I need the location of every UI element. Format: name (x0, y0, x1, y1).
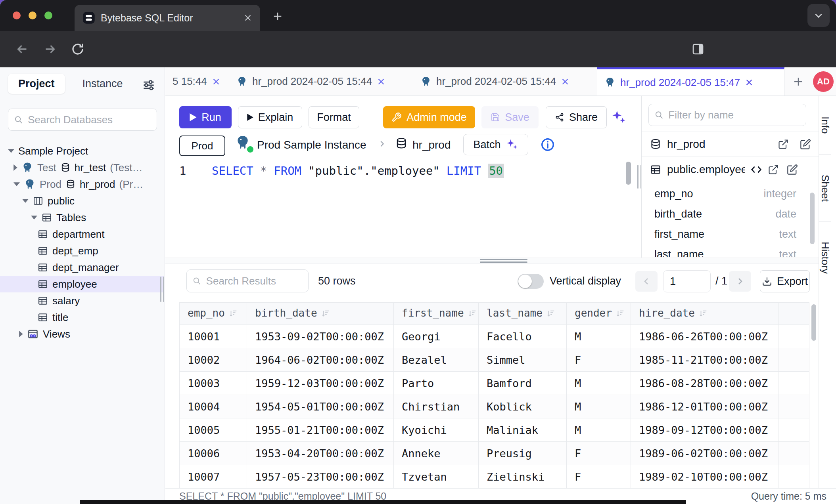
tree-item-schema-public[interactable]: public (0, 193, 164, 209)
cell[interactable]: Parto (394, 372, 479, 395)
rail-tab-sheet[interactable]: Sheet (819, 155, 831, 222)
format-button[interactable]: Format (309, 106, 359, 128)
share-button[interactable]: Share (546, 106, 607, 128)
database-search[interactable] (8, 109, 157, 131)
editor-tab-3[interactable]: hr_prod 2024-02-05 15:44 (413, 67, 597, 95)
cell[interactable]: 10003 (180, 372, 247, 395)
forward-icon[interactable] (43, 42, 57, 58)
tree-item-table-department[interactable]: department (0, 226, 164, 242)
tree-item-sample-project[interactable]: Sample Project (0, 143, 164, 159)
cell[interactable]: 1957-05-23T00:00:00Z (247, 465, 394, 489)
table-row[interactable]: 100021964-06-02T00:00:00ZBezalelSimmelF1… (180, 348, 809, 372)
column-row[interactable]: emp_no integer (642, 184, 808, 204)
cell[interactable]: 10002 (180, 348, 247, 372)
cell[interactable]: Koblick (479, 395, 567, 418)
cell[interactable]: 1989-09-12T00:00:00Z (631, 418, 778, 442)
results-scrollbar[interactable] (811, 304, 816, 341)
rail-tab-history[interactable]: History (819, 222, 831, 293)
cell[interactable]: 1989-06-02T00:00:00Z (631, 442, 778, 465)
panel-database-row[interactable]: hr_prod (642, 132, 819, 157)
browser-tab-close-icon[interactable] (244, 13, 252, 22)
tree-item-hr-test[interactable]: Test hr_test (Test… (0, 159, 164, 176)
cell[interactable]: 1959-12-03T00:00:00Z (247, 372, 394, 395)
reload-icon[interactable] (71, 42, 85, 58)
tab-project[interactable]: Project (8, 74, 65, 94)
cell[interactable]: Facello (479, 325, 567, 348)
table-row[interactable]: 100031959-12-03T00:00:00ZPartoBamfordM19… (180, 372, 809, 395)
sort-icon[interactable] (699, 308, 708, 320)
editor-tab-4-active[interactable]: hr_prod 2024-02-05 15:47 (597, 67, 784, 95)
tab-search-button[interactable] (807, 4, 830, 27)
table-row[interactable]: 100011953-09-02T00:00:00ZGeorgiFacelloM1… (180, 325, 809, 348)
new-tab-button[interactable] (272, 11, 283, 23)
page-number-box[interactable] (663, 270, 711, 292)
cell[interactable]: M (567, 325, 631, 348)
batch-button[interactable]: Batch (463, 134, 528, 155)
sort-icon[interactable] (468, 308, 477, 320)
tree-item-views[interactable]: Views (0, 326, 164, 342)
tree-item-table-dept-manager[interactable]: dept_manager (0, 259, 164, 276)
code-icon[interactable] (750, 164, 762, 176)
table-row[interactable]: 100051955-01-21T00:00:00ZKyoichiMaliniak… (180, 418, 809, 442)
macos-zoom-button[interactable] (44, 11, 52, 19)
column-header[interactable]: first_name (394, 303, 479, 325)
explain-button[interactable]: Explain (238, 106, 302, 128)
tree-item-table-employee[interactable]: employee (0, 276, 164, 292)
avatar[interactable]: AD (813, 71, 834, 92)
macos-close-button[interactable] (13, 11, 21, 19)
column-header[interactable]: birth_date (247, 303, 394, 325)
cell[interactable]: 1953-04-20T00:00:00Z (247, 442, 394, 465)
tab-instance[interactable]: Instance (82, 78, 123, 90)
editor-scrollbar[interactable] (626, 162, 631, 185)
info-circle-icon[interactable] (540, 137, 555, 154)
cell[interactable]: M (567, 418, 631, 442)
cell[interactable]: M (567, 372, 631, 395)
cell[interactable]: F (567, 442, 631, 465)
cell[interactable]: 1954-05-01T00:00:00Z (247, 395, 394, 418)
database-search-input[interactable] (27, 113, 151, 126)
tree-item-tables[interactable]: Tables (0, 209, 164, 226)
column-row[interactable]: last_name text (642, 244, 808, 257)
table-row[interactable]: 100071957-05-23T00:00:00ZTzvetanZielinsk… (180, 465, 809, 489)
cell[interactable]: Kyoichi (394, 418, 479, 442)
cell[interactable]: 1986-12-01T00:00:00Z (631, 395, 778, 418)
cell[interactable]: 1986-06-26T00:00:00Z (631, 325, 778, 348)
macos-minimize-button[interactable] (29, 11, 36, 19)
cell[interactable]: 10001 (180, 325, 247, 348)
schema-filter[interactable] (648, 104, 806, 126)
panel-scrollbar[interactable] (810, 193, 815, 244)
panel-table-row[interactable]: public.employee (642, 157, 819, 182)
next-page-button[interactable] (729, 271, 751, 292)
cell[interactable]: Anneke (394, 442, 479, 465)
editor-tab-2[interactable]: hr_prod 2024-02-05 15:44 (229, 67, 413, 95)
breadcrumb-database[interactable]: hr_prod (412, 139, 451, 151)
save-button[interactable]: Save (481, 106, 539, 128)
close-icon[interactable] (377, 77, 385, 86)
prev-page-button[interactable] (635, 271, 658, 292)
cell[interactable]: 1953-09-02T00:00:00Z (247, 325, 394, 348)
cell[interactable]: 1986-08-28T00:00:00Z (631, 372, 778, 395)
sort-icon[interactable] (229, 308, 238, 320)
cell[interactable]: 1989-02-10T00:00:00Z (631, 465, 778, 489)
cell[interactable]: Tzvetan (394, 465, 479, 489)
rail-tab-info[interactable]: Info (819, 96, 831, 155)
side-panel-icon[interactable] (691, 42, 705, 58)
tree-item-table-salary[interactable]: salary (0, 292, 164, 309)
table-row[interactable]: 100041954-05-01T00:00:00ZChirstianKoblic… (180, 395, 809, 418)
table-row[interactable]: 100061953-04-20T00:00:00ZAnnekePreusigF1… (180, 442, 809, 465)
results-search[interactable] (186, 269, 309, 292)
schema-filter-input[interactable] (667, 109, 800, 122)
column-header[interactable]: last_name (479, 303, 567, 325)
editor-tab-1[interactable]: 5 15:44 (165, 67, 229, 95)
close-icon[interactable] (745, 78, 754, 87)
cell[interactable]: 1964-06-02T00:00:00Z (247, 348, 394, 372)
cell[interactable]: 1985-11-21T00:00:00Z (631, 348, 778, 372)
export-button[interactable]: Export (760, 270, 810, 292)
horizontal-splitter[interactable] (165, 258, 819, 264)
cell[interactable]: F (567, 348, 631, 372)
edit-icon[interactable] (787, 164, 798, 175)
external-link-icon[interactable] (768, 164, 779, 175)
sql-editor-line[interactable]: 1 SELECT*FROM"public"."employee"LIMIT50 (179, 164, 631, 180)
sliders-filter-icon[interactable] (141, 78, 156, 94)
vertical-display-toggle[interactable] (518, 274, 544, 289)
